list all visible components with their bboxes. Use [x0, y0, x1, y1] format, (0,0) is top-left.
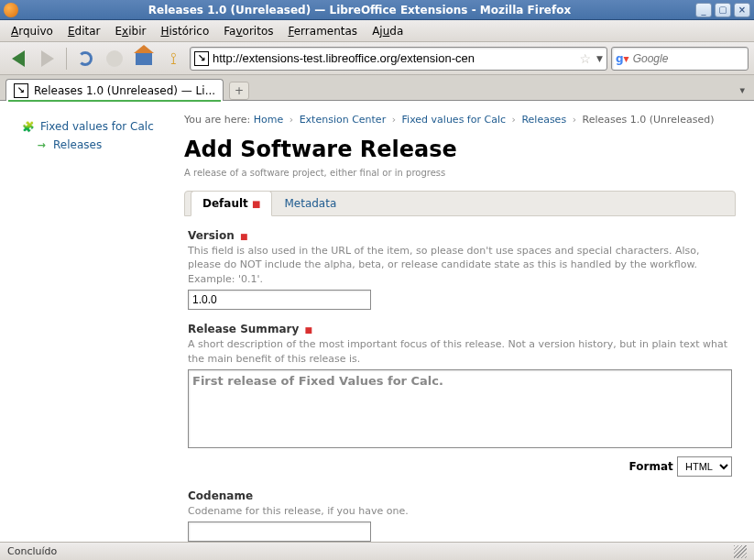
- menu-exibir[interactable]: Exibir: [108, 22, 154, 40]
- url-input[interactable]: [213, 51, 578, 65]
- sidebar-item-label: Releases: [53, 138, 102, 151]
- breadcrumb: You are here: Home › Extension Center › …: [184, 114, 736, 126]
- close-button[interactable]: ×: [734, 3, 750, 17]
- field-label: Version ■: [188, 229, 732, 242]
- url-dropdown-icon[interactable]: ▼: [596, 54, 603, 63]
- browser-tab-active[interactable]: ↘ Releases 1.0 (Unreleased) — Li...: [5, 79, 224, 101]
- reload-icon: [78, 51, 93, 66]
- breadcrumb-current: Releases 1.0 (Unreleased): [583, 114, 715, 126]
- tab-label: Default: [202, 197, 248, 210]
- required-indicator-icon: ■: [304, 325, 312, 335]
- field-label: Release Summary ■: [188, 323, 732, 335]
- forward-arrow-icon: [41, 50, 54, 67]
- tab-title: Releases 1.0 (Unreleased) — Li...: [34, 84, 215, 97]
- site-favicon: ↘: [194, 51, 209, 66]
- navigation-toolbar: ⟟ ↘ ☆ ▼ g▾ 🔍: [0, 42, 754, 75]
- window-title: Releases 1.0 (Unreleased) — LibreOffice …: [24, 4, 695, 16]
- back-button[interactable]: [5, 46, 31, 71]
- sidebar-item-releases[interactable]: → Releases: [35, 136, 171, 154]
- breadcrumb-separator: ›: [512, 114, 516, 126]
- stop-icon: [106, 50, 123, 67]
- format-select[interactable]: HTML: [677, 456, 732, 477]
- status-text: Concluído: [7, 545, 57, 557]
- tab-bar: ↘ Releases 1.0 (Unreleased) — Li... + ▾: [0, 75, 754, 101]
- breadcrumb-link-releases[interactable]: Releases: [521, 114, 566, 126]
- field-help: This field is also used in the URL of th…: [188, 244, 732, 286]
- window-titlebar: Releases 1.0 (Unreleased) — LibreOffice …: [0, 0, 754, 20]
- required-indicator-icon: ■: [252, 199, 260, 209]
- bookmark-icon: ⟟: [170, 49, 177, 69]
- format-row: Format HTML: [188, 456, 732, 477]
- content-area: 🧩 Fixed values for Calc → Releases You a…: [0, 101, 754, 542]
- field-codename: Codename Codename for this release, if y…: [188, 489, 732, 542]
- breadcrumb-separator: ›: [392, 114, 396, 126]
- field-label: Codename: [188, 489, 732, 502]
- firefox-icon: [4, 3, 18, 17]
- field-summary: Release Summary ■ A short description of…: [188, 323, 732, 477]
- home-button[interactable]: [131, 46, 157, 71]
- version-input[interactable]: [188, 290, 371, 310]
- field-help: Codename for this release, if you have o…: [188, 504, 732, 518]
- summary-textarea[interactable]: First release of Fixed Values for Calc.: [188, 369, 732, 448]
- tab-indicator: [8, 100, 221, 102]
- back-arrow-icon: [12, 50, 25, 67]
- forward-button: [35, 46, 60, 71]
- breadcrumb-separator: ›: [290, 114, 293, 126]
- menu-arquivo[interactable]: Arquivo: [4, 22, 60, 40]
- tab-default[interactable]: Default ■: [191, 191, 272, 216]
- tab-favicon: ↘: [14, 83, 28, 98]
- breadcrumb-link-extension-center[interactable]: Extension Center: [300, 114, 387, 126]
- breadcrumb-prefix: You are here:: [184, 114, 250, 126]
- menubar: Arquivo Editar Exibir Histórico Favorito…: [0, 20, 754, 42]
- field-version: Version ■ This field is also used in the…: [188, 229, 732, 310]
- sidebar: 🧩 Fixed values for Calc → Releases: [0, 101, 179, 542]
- content-scroll[interactable]: 🧩 Fixed values for Calc → Releases You a…: [0, 101, 754, 542]
- search-input[interactable]: [633, 52, 754, 65]
- resize-grip-icon[interactable]: [734, 545, 747, 558]
- status-bar: Concluído: [0, 542, 754, 560]
- page-subtitle: A release of a software project, either …: [184, 168, 736, 178]
- maximize-button[interactable]: ▢: [715, 3, 731, 17]
- toolbar-separator: [66, 48, 67, 70]
- url-bar[interactable]: ↘ ☆ ▼: [190, 47, 607, 71]
- menu-favoritos[interactable]: Favoritos: [216, 22, 280, 40]
- reload-button[interactable]: [72, 46, 98, 71]
- page-heading: Add Software Release: [184, 137, 736, 162]
- home-icon: [136, 52, 152, 65]
- form-tabs: Default ■ Metadata: [184, 191, 736, 216]
- required-indicator-icon: ■: [240, 232, 248, 241]
- minimize-button[interactable]: _: [695, 3, 712, 17]
- window-controls: _ ▢ ×: [695, 3, 750, 17]
- menu-ferramentas[interactable]: Ferramentas: [280, 22, 365, 40]
- breadcrumb-link-home[interactable]: Home: [254, 114, 283, 126]
- bookmarks-button[interactable]: ⟟: [160, 46, 186, 71]
- new-tab-button[interactable]: +: [229, 82, 249, 100]
- form-body: Version ■ This field is also used in the…: [184, 216, 736, 542]
- tab-label: Metadata: [284, 197, 336, 210]
- tab-metadata[interactable]: Metadata: [272, 191, 348, 215]
- codename-input[interactable]: [188, 522, 371, 542]
- format-label: Format: [629, 460, 673, 473]
- arrow-right-icon: →: [35, 138, 48, 151]
- google-icon[interactable]: g▾: [616, 51, 629, 66]
- bookmark-star-icon[interactable]: ☆: [580, 51, 592, 66]
- main-content: You are here: Home › Extension Center › …: [179, 101, 754, 542]
- sidebar-item-fixed-values[interactable]: 🧩 Fixed values for Calc: [22, 117, 171, 136]
- stop-button: [102, 46, 127, 71]
- menu-editar[interactable]: Editar: [60, 22, 108, 40]
- sidebar-item-label: Fixed values for Calc: [40, 120, 154, 133]
- field-help: A short description of the most importan…: [188, 337, 732, 366]
- menu-historico[interactable]: Histórico: [153, 22, 216, 40]
- breadcrumb-link-fixed-values[interactable]: Fixed values for Calc: [402, 114, 506, 126]
- puzzle-icon: 🧩: [22, 120, 35, 133]
- breadcrumb-separator: ›: [573, 114, 576, 126]
- search-bar[interactable]: g▾ 🔍: [611, 47, 749, 71]
- menu-ajuda[interactable]: Ajuda: [365, 22, 410, 40]
- tabs-dropdown-icon[interactable]: ▾: [736, 81, 749, 100]
